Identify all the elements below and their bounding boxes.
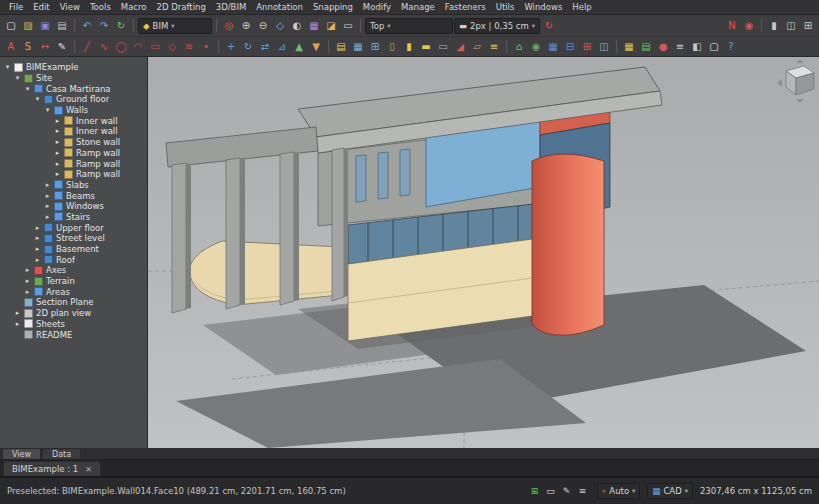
snap-selector[interactable]: ⌖ Auto ▾	[597, 483, 641, 499]
grid-axes-icon[interactable]: ⊞	[579, 39, 595, 54]
downgrade-icon[interactable]: ▼	[308, 39, 324, 54]
tree-item-ramp-wall[interactable]: ▸Ramp wall	[0, 169, 147, 180]
tree-item-basement[interactable]: ▸Basement	[0, 244, 147, 255]
layers-icon[interactable]: ≡	[576, 484, 590, 498]
line-width-selector[interactable]: ▬2px | 0,35 cm▾	[454, 18, 540, 34]
menu-fasteners[interactable]: Fasteners	[440, 1, 491, 13]
chevron-right-icon[interactable]: ▸	[54, 170, 61, 178]
tree-item-terrain[interactable]: ▸Terrain	[0, 276, 147, 287]
close-icon[interactable]: ✕	[85, 465, 92, 474]
annotate-icon[interactable]: ✎	[560, 484, 574, 498]
rotate-view-icon[interactable]: ↻	[541, 18, 557, 33]
tree-item-street-level[interactable]: ▸Street level	[0, 233, 147, 244]
tree-item-stairs[interactable]: ▸Stairs	[0, 212, 147, 223]
tree-item-section-plane[interactable]: Section Plane	[0, 297, 147, 308]
redo-icon[interactable]: ↷	[96, 18, 112, 33]
schedule-icon[interactable]: ▦	[621, 39, 637, 54]
upgrade-icon[interactable]: ▲	[291, 39, 307, 54]
curved-cream-wall[interactable]	[190, 241, 340, 305]
tree-item-areas[interactable]: ▸Areas	[0, 286, 147, 297]
chevron-down-icon[interactable]: ▾	[4, 63, 11, 71]
door-icon[interactable]: ▯	[384, 39, 400, 54]
layers-icon[interactable]: ≡	[672, 39, 688, 54]
site-icon[interactable]: ◉	[528, 39, 544, 54]
project-icon[interactable]: ⌂	[511, 39, 527, 54]
workingplane-icon[interactable]: ▭	[544, 484, 558, 498]
tree-item-ground-floor[interactable]: ▾Ground floor	[0, 94, 147, 105]
chevron-right-icon[interactable]: ▸	[44, 213, 51, 221]
slab-icon[interactable]: ▭	[435, 39, 451, 54]
grid-snap-icon[interactable]: ⊞	[800, 18, 816, 33]
workbench-selector[interactable]: ◆BIM▾	[138, 18, 212, 34]
menu-snapping[interactable]: Snapping	[308, 1, 358, 13]
tiling-icon[interactable]: ◫	[783, 18, 799, 33]
chevron-right-icon[interactable]: ▸	[54, 117, 61, 125]
building-icon[interactable]: ▦	[545, 39, 561, 54]
chevron-right-icon[interactable]: ▸	[44, 202, 51, 210]
sheet-icon[interactable]: ▢	[706, 39, 722, 54]
navigation-cube[interactable]	[786, 66, 814, 95]
toggle-grid-icon[interactable]: ⊞	[528, 484, 542, 498]
refresh-icon[interactable]: ↻	[113, 18, 129, 33]
shapestring-icon[interactable]: S	[20, 39, 36, 54]
nativeifc-icon[interactable]: N	[724, 18, 740, 33]
nav-style-selector[interactable]: ▦ CAD ▾	[647, 483, 693, 499]
lock-icon[interactable]: ▮	[766, 18, 782, 33]
panel-icon[interactable]: ▱	[469, 39, 485, 54]
menu-file[interactable]: File	[4, 1, 28, 13]
arc-icon[interactable]: ◠	[130, 39, 146, 54]
open-file-icon[interactable]: ▨	[20, 18, 36, 33]
undo-icon[interactable]: ↶	[79, 18, 95, 33]
chevron-right-icon[interactable]: ▸	[24, 277, 31, 285]
menu-2d-drafting[interactable]: 2D Drafting	[152, 1, 211, 13]
tree-item-ramp-wall[interactable]: ▸Ramp wall	[0, 158, 147, 169]
chevron-right-icon[interactable]: ▸	[34, 224, 41, 232]
chevron-down-icon[interactable]: ▾	[24, 85, 31, 93]
chevron-right-icon[interactable]: ▸	[54, 149, 61, 157]
zoom-out-icon[interactable]: ⊖	[255, 18, 271, 33]
chevron-right-icon[interactable]: ▸	[34, 256, 41, 264]
tree-item-roof[interactable]: ▸Roof	[0, 254, 147, 265]
window-icon[interactable]: ⊞	[367, 39, 383, 54]
tree-item-windows[interactable]: ▸Windows	[0, 201, 147, 212]
chevron-right-icon[interactable]: ▸	[54, 127, 61, 135]
views-icon[interactable]: ◧	[689, 39, 705, 54]
stairs-icon[interactable]: ≡	[486, 39, 502, 54]
menu-help[interactable]: Help	[567, 1, 596, 13]
menu-manage[interactable]: Manage	[396, 1, 440, 13]
fit-all-icon[interactable]: ◎	[221, 18, 237, 33]
texture-view-icon[interactable]: ▦	[306, 18, 322, 33]
git-icon[interactable]: ◉	[741, 18, 757, 33]
wall-icon[interactable]: ▤	[333, 39, 349, 54]
sectionplane-icon[interactable]: ◫	[596, 39, 612, 54]
tree-item-2d-plan-view[interactable]: ▸2D plan view	[0, 308, 147, 319]
chevron-down-icon[interactable]: ▾	[44, 106, 51, 114]
move-icon[interactable]: +	[223, 39, 239, 54]
chevron-right-icon[interactable]: ▸	[24, 266, 31, 274]
polygon-icon[interactable]: ◇	[164, 39, 180, 54]
tree-item-upper-floor[interactable]: ▸Upper floor	[0, 222, 147, 233]
panel-tab-view[interactable]: View	[2, 448, 41, 459]
circle-icon[interactable]: ◯	[113, 39, 129, 54]
label-icon[interactable]: ✎	[54, 39, 70, 54]
tree-item-inner-wall[interactable]: ▸Inner wall	[0, 115, 147, 126]
line-icon[interactable]: ╱	[79, 39, 95, 54]
polyline-icon[interactable]: ∿	[96, 39, 112, 54]
text-icon[interactable]: A	[3, 39, 19, 54]
document-tab[interactable]: BIMExample : 1 ✕	[3, 461, 101, 476]
beam-icon[interactable]: ▬	[418, 39, 434, 54]
tree-item-inner-wall[interactable]: ▸Inner wall	[0, 126, 147, 137]
red-curved-wall[interactable]	[532, 154, 604, 335]
dimension-icon[interactable]: ↔	[37, 39, 53, 54]
tree-item-walls[interactable]: ▾Walls	[0, 105, 147, 116]
menu-annotation[interactable]: Annotation	[251, 1, 308, 13]
print-icon[interactable]: ▤	[54, 18, 70, 33]
3d-scene[interactable]	[148, 57, 819, 448]
rotate-icon[interactable]: ↻	[240, 39, 256, 54]
roof-icon[interactable]: ◢	[452, 39, 468, 54]
menu-windows[interactable]: Windows	[519, 1, 567, 13]
column-icon[interactable]: ▮	[401, 39, 417, 54]
chevron-right-icon[interactable]: ▸	[54, 138, 61, 146]
help-icon[interactable]: ?	[723, 39, 739, 54]
curtainwall-icon[interactable]: ▦	[350, 39, 366, 54]
